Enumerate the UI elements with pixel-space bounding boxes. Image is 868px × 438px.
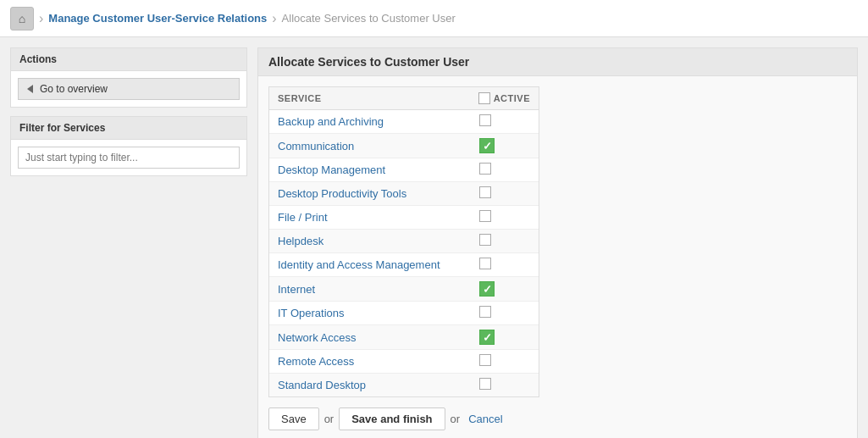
table-row: Helpdesk bbox=[269, 230, 539, 253]
actions-title: Actions bbox=[11, 48, 246, 71]
home-icon: ⌂ bbox=[19, 12, 25, 25]
checkbox-unchecked-icon[interactable] bbox=[479, 210, 491, 222]
checkbox-cell[interactable] bbox=[479, 258, 530, 272]
top-nav: ⌂ › Manage Customer User-Service Relatio… bbox=[0, 0, 868, 37]
filter-input[interactable] bbox=[18, 147, 240, 169]
checkbox-checked-icon[interactable]: ✓ bbox=[479, 281, 495, 297]
table-row: IT Operations bbox=[269, 302, 539, 325]
services-table: SERVICE ACTIVE Backup and ArchivingCommu… bbox=[268, 86, 539, 397]
col-service-header: SERVICE bbox=[278, 93, 478, 103]
breadcrumb-separator-1: › bbox=[39, 11, 43, 26]
service-name: Remote Access bbox=[278, 355, 479, 368]
filter-title: Filter for Services bbox=[11, 117, 246, 140]
go-to-overview-button[interactable]: Go to overview bbox=[18, 78, 240, 100]
service-name: IT Operations bbox=[278, 307, 479, 319]
header-checkbox[interactable] bbox=[478, 92, 490, 104]
checkbox-cell[interactable] bbox=[479, 234, 530, 248]
checkbox-cell[interactable]: ✓ bbox=[479, 330, 530, 345]
checkbox-unchecked-icon[interactable] bbox=[479, 354, 491, 366]
service-name: Network Access bbox=[278, 331, 479, 344]
breadcrumb-separator-2: › bbox=[272, 11, 276, 26]
checkbox-unchecked-icon[interactable] bbox=[479, 258, 491, 269]
actions-body: Go to overview bbox=[11, 71, 246, 107]
service-name: Backup and Archiving bbox=[278, 115, 479, 128]
checkbox-cell[interactable]: ✓ bbox=[479, 281, 530, 297]
back-arrow-icon bbox=[27, 85, 33, 93]
go-to-overview-label: Go to overview bbox=[40, 83, 108, 95]
panel-title: Allocate Services to Customer User bbox=[258, 48, 857, 76]
service-name: Standard Desktop bbox=[278, 379, 479, 391]
service-name: Desktop Productivity Tools bbox=[278, 187, 479, 200]
save-button[interactable]: Save bbox=[268, 408, 319, 430]
checkbox-cell[interactable] bbox=[479, 186, 530, 201]
table-row: File / Print bbox=[269, 206, 539, 230]
checkbox-cell[interactable] bbox=[479, 114, 530, 129]
or-text-2: or bbox=[451, 413, 461, 425]
checkbox-unchecked-icon[interactable] bbox=[479, 234, 491, 246]
panel-body: SERVICE ACTIVE Backup and ArchivingCommu… bbox=[258, 76, 857, 438]
checkbox-unchecked-icon[interactable] bbox=[479, 163, 491, 175]
service-name: Identity and Access Management bbox=[278, 258, 479, 271]
checkbox-checked-icon[interactable]: ✓ bbox=[479, 330, 495, 345]
checkbox-unchecked-icon[interactable] bbox=[479, 114, 491, 126]
table-row: Network Access✓ bbox=[269, 325, 539, 350]
sidebar: Actions Go to overview Filter for Servic… bbox=[10, 47, 247, 438]
service-name: Helpdesk bbox=[278, 235, 479, 247]
checkbox-cell[interactable]: ✓ bbox=[479, 138, 530, 153]
col-active-label: ACTIVE bbox=[494, 93, 530, 103]
checkbox-unchecked-icon[interactable] bbox=[479, 186, 491, 198]
or-text-1: or bbox=[324, 413, 334, 425]
filter-body bbox=[11, 140, 246, 175]
table-row: Communication✓ bbox=[269, 134, 539, 158]
main-content: Actions Go to overview Filter for Servic… bbox=[0, 37, 868, 438]
table-row: Desktop Productivity Tools bbox=[269, 182, 539, 206]
checkbox-cell[interactable] bbox=[479, 378, 530, 392]
service-name: File / Print bbox=[278, 211, 479, 224]
service-name: Internet bbox=[278, 283, 479, 296]
home-button[interactable]: ⌂ bbox=[10, 7, 34, 30]
checkbox-unchecked-icon[interactable] bbox=[479, 306, 491, 318]
checkbox-cell[interactable] bbox=[479, 354, 530, 369]
breadcrumb-current-page: Allocate Services to Customer User bbox=[282, 12, 456, 25]
col-active-header: ACTIVE bbox=[478, 92, 530, 104]
action-row: Save or Save and finish or Cancel bbox=[268, 408, 847, 430]
checkbox-checked-icon[interactable]: ✓ bbox=[479, 138, 495, 153]
checkbox-cell[interactable] bbox=[479, 163, 530, 177]
checkbox-cell[interactable] bbox=[479, 210, 530, 225]
cancel-button[interactable]: Cancel bbox=[465, 413, 506, 425]
checkbox-cell[interactable] bbox=[479, 306, 530, 320]
table-row: Backup and Archiving bbox=[269, 110, 539, 134]
table-row: Remote Access bbox=[269, 350, 539, 374]
actions-section: Actions Go to overview bbox=[10, 47, 247, 108]
table-row: Desktop Management bbox=[269, 158, 539, 182]
filter-section: Filter for Services bbox=[10, 116, 247, 176]
table-header: SERVICE ACTIVE bbox=[269, 87, 539, 110]
table-row: Standard Desktop bbox=[269, 374, 539, 396]
save-and-finish-button[interactable]: Save and finish bbox=[339, 408, 445, 430]
service-name: Desktop Management bbox=[278, 164, 479, 176]
table-row: Internet✓ bbox=[269, 277, 539, 302]
right-panel: Allocate Services to Customer User SERVI… bbox=[257, 47, 858, 438]
breadcrumb-link[interactable]: Manage Customer User-Service Relations bbox=[48, 12, 267, 25]
table-row: Identity and Access Management bbox=[269, 253, 539, 277]
checkbox-unchecked-icon[interactable] bbox=[479, 378, 491, 390]
service-name: Communication bbox=[278, 140, 479, 152]
table-rows-container: Backup and ArchivingCommunication✓Deskto… bbox=[269, 110, 539, 396]
